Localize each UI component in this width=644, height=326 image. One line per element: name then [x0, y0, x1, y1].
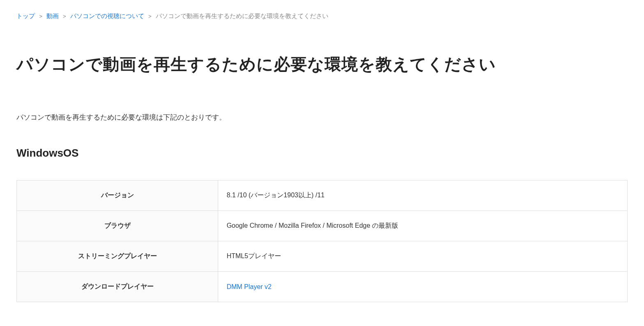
table-row: ブラウザ Google Chrome / Mozilla Firefox / M…: [17, 211, 628, 241]
breadcrumb-link-top[interactable]: トップ: [16, 12, 35, 19]
breadcrumb-link-pc-viewing[interactable]: パソコンでの視聴について: [70, 12, 144, 19]
chevron-right-icon: >: [39, 13, 42, 19]
table-header-download: ダウンロードプレイヤー: [17, 272, 218, 302]
table-cell-browser: Google Chrome / Mozilla Firefox / Micros…: [218, 211, 628, 241]
breadcrumb-current: パソコンで動画を再生するために必要な環境を教えてください: [156, 12, 328, 19]
chevron-right-icon: >: [148, 13, 152, 19]
page-title: パソコンで動画を再生するために必要な環境を教えてください: [16, 53, 628, 76]
table-cell-version: 8.1 /10 (バージョン1903以上) /11: [218, 180, 628, 211]
breadcrumb: トップ > 動画 > パソコンでの視聴について > パソコンで動画を再生するため…: [16, 12, 628, 20]
table-header-version: バージョン: [17, 180, 218, 211]
table-row: バージョン 8.1 /10 (バージョン1903以上) /11: [17, 180, 628, 211]
table-header-browser: ブラウザ: [17, 211, 218, 241]
breadcrumb-link-video[interactable]: 動画: [46, 12, 59, 19]
download-player-link[interactable]: DMM Player v2: [226, 283, 271, 290]
chevron-right-icon: >: [63, 13, 66, 19]
section-title-windows: WindowsOS: [16, 147, 628, 160]
table-row: ストリーミングプレイヤー HTML5プレイヤー: [17, 241, 628, 272]
table-header-streaming: ストリーミングプレイヤー: [17, 241, 218, 272]
intro-text: パソコンで動画を再生するために必要な環境は下記のとおりです。: [16, 113, 628, 122]
table-cell-download: DMM Player v2: [218, 272, 628, 302]
spec-table: バージョン 8.1 /10 (バージョン1903以上) /11 ブラウザ Goo…: [16, 180, 628, 302]
table-cell-streaming: HTML5プレイヤー: [218, 241, 628, 272]
table-row: ダウンロードプレイヤー DMM Player v2: [17, 272, 628, 302]
